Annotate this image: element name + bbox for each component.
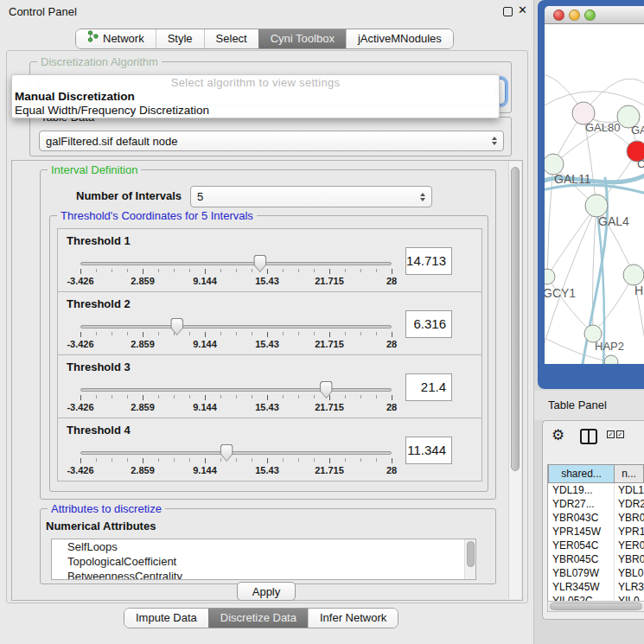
threshold-slider[interactable]: -3.4262.8599.14415.4321.71528: [80, 444, 392, 481]
node-right-h[interactable]: [623, 265, 644, 285]
table-cell[interactable]: YBR0: [615, 511, 644, 525]
tick-label: 21.715: [315, 402, 344, 412]
tab-discretize-data[interactable]: Discretize Data: [208, 609, 308, 628]
minimize-window-icon[interactable]: [569, 10, 580, 21]
tick-mark: [329, 458, 330, 463]
threshold-slider[interactable]: -3.4262.8599.14415.4321.71528: [80, 255, 392, 291]
tick-mark: [189, 395, 190, 399]
node-label: GAL11: [554, 172, 591, 186]
threshold-label: Threshold 1: [67, 234, 131, 247]
tab-jactivemnodules[interactable]: jActiveMNodules: [346, 29, 453, 48]
app-root: Control Panel ✕ NetworkStyleSelectCyni T…: [0, 0, 644, 644]
table-row[interactable]: YLR345WYLR3: [548, 580, 644, 594]
attribute-list-item[interactable]: TopologicalCoefficient: [52, 554, 475, 569]
table-cell[interactable]: YLR345W: [548, 580, 615, 594]
settings-vertical-scrollbar[interactable]: [508, 162, 521, 599]
table-row[interactable]: YDR27...YDR2: [548, 497, 644, 511]
threshold-panel: Threshold 1-3.4262.8599.14415.4321.71528…: [57, 228, 482, 292]
tick-mark: [158, 458, 159, 462]
table-row[interactable]: YBL079WYBL0: [548, 566, 644, 580]
table-cell[interactable]: YBL079W: [548, 566, 615, 580]
table-cell[interactable]: YDL19...: [548, 483, 615, 497]
tab-label: Impute Data: [136, 609, 197, 628]
table-row[interactable]: YER054CYER0: [548, 539, 644, 552]
tick-mark: [267, 458, 268, 463]
algorithm-dropdown-popup: Select algorithm to view settings Manual…: [11, 74, 500, 118]
scrollbar-thumb[interactable]: [467, 541, 475, 567]
network-canvas[interactable]: GAL80GACGAL11GAL4GCY1HHAP2: [545, 24, 644, 364]
tick-mark: [345, 458, 346, 462]
algorithm-option[interactable]: Manual Discretization: [12, 90, 499, 104]
threshold-panel: Threshold 3-3.4262.8599.14415.4321.71528…: [57, 354, 482, 418]
tick-label: 21.715: [315, 465, 344, 475]
tab-impute-data[interactable]: Impute Data: [124, 609, 208, 628]
node-gcy1[interactable]: [545, 269, 555, 284]
table-cell[interactable]: YBR0: [615, 552, 644, 566]
attribute-list-item[interactable]: SelfLoops: [52, 539, 475, 554]
apply-button[interactable]: Apply: [237, 582, 296, 601]
table-row[interactable]: YBR043CYBR0: [548, 511, 644, 525]
select-columns-icon[interactable]: ✓ ✓: [607, 430, 624, 438]
tab-cyni-toolbox[interactable]: Cyni Toolbox: [258, 29, 346, 48]
tick-mark: [392, 458, 392, 463]
table-cell[interactable]: YER0: [615, 539, 644, 552]
table-row[interactable]: YBR045CYBR0: [548, 552, 644, 566]
tick-mark: [283, 332, 284, 335]
close-panel-icon[interactable]: ✕: [518, 3, 527, 16]
network-window-titlebar[interactable]: [545, 6, 644, 24]
slider-thumb[interactable]: [220, 444, 233, 462]
node-table: shared...n...YDL19...YDL1YDR27...YDR2YBR…: [547, 464, 644, 611]
gear-icon[interactable]: ⚙: [552, 426, 564, 444]
slider-thumb[interactable]: [170, 318, 183, 335]
table-cell[interactable]: YLR3: [615, 580, 644, 594]
table-cell[interactable]: YER054C: [548, 539, 615, 552]
tick-mark: [314, 458, 315, 462]
scrollbar-thumb[interactable]: [550, 603, 642, 610]
table-panel: ⚙ ✓ ✓ shared...n...YDL19...YDL1YDR27...Y…: [542, 420, 644, 620]
table-cell[interactable]: YPR1: [615, 525, 644, 539]
column-header[interactable]: n...: [615, 464, 644, 483]
tick-mark: [112, 269, 112, 272]
table-horizontal-scrollbar[interactable]: [547, 601, 644, 612]
slider-thumb[interactable]: [320, 381, 333, 399]
tab-style[interactable]: Style: [156, 29, 204, 48]
attributes-list-scrollbar[interactable]: [464, 539, 475, 579]
float-panel-icon[interactable]: [503, 7, 513, 16]
tick-mark: [205, 269, 206, 274]
scrollbar-thumb[interactable]: [511, 167, 520, 471]
table-cell[interactable]: YBL0: [615, 566, 644, 580]
threshold-slider[interactable]: -3.4262.8599.14415.4321.71528: [80, 318, 392, 354]
tick-label: 9.144: [193, 465, 217, 475]
close-window-icon[interactable]: [553, 10, 564, 21]
threshold-value-field[interactable]: 21.4: [405, 373, 452, 401]
table-cell[interactable]: YDR27...: [548, 497, 615, 511]
slider-track: [80, 325, 392, 328]
threshold-slider[interactable]: -3.4262.8599.14415.4321.71528: [80, 381, 392, 418]
tab-infer-network[interactable]: Infer Network: [308, 609, 398, 628]
threshold-value-field[interactable]: 11.344: [405, 437, 452, 464]
table-cell[interactable]: YBR045C: [548, 552, 615, 566]
tab-network[interactable]: Network: [76, 29, 156, 48]
tab-label: Discretize Data: [220, 609, 296, 628]
algorithm-option[interactable]: Equal Width/Frequency Discretization: [12, 104, 499, 118]
attribute-list-item[interactable]: BetweennessCentrality: [52, 569, 475, 580]
table-cell[interactable]: YDL1: [615, 483, 644, 497]
threshold-value-field[interactable]: 14.713: [405, 247, 452, 275]
column-header[interactable]: shared...: [548, 464, 615, 483]
tick-mark: [283, 395, 284, 399]
node-label: C: [637, 157, 644, 170]
table-cell[interactable]: YPR145W: [548, 525, 615, 539]
zoom-window-icon[interactable]: [584, 10, 596, 21]
table-data-combo[interactable]: galFiltered.sif default node: [39, 131, 504, 151]
tab-select[interactable]: Select: [204, 29, 258, 48]
threshold-value-field[interactable]: 6.316: [405, 310, 452, 338]
algorithm-placeholder-option[interactable]: Select algorithm to view settings: [12, 75, 499, 90]
number-of-intervals-combo[interactable]: 5: [190, 186, 432, 207]
slider-thumb[interactable]: [253, 255, 266, 272]
column-layout-icon[interactable]: [580, 429, 597, 444]
table-cell[interactable]: YBR043C: [548, 511, 615, 525]
tick-mark: [252, 458, 252, 462]
table-row[interactable]: YDL19...YDL1: [548, 483, 644, 497]
table-cell[interactable]: YDR2: [615, 497, 644, 511]
table-row[interactable]: YPR145WYPR1: [548, 525, 644, 539]
